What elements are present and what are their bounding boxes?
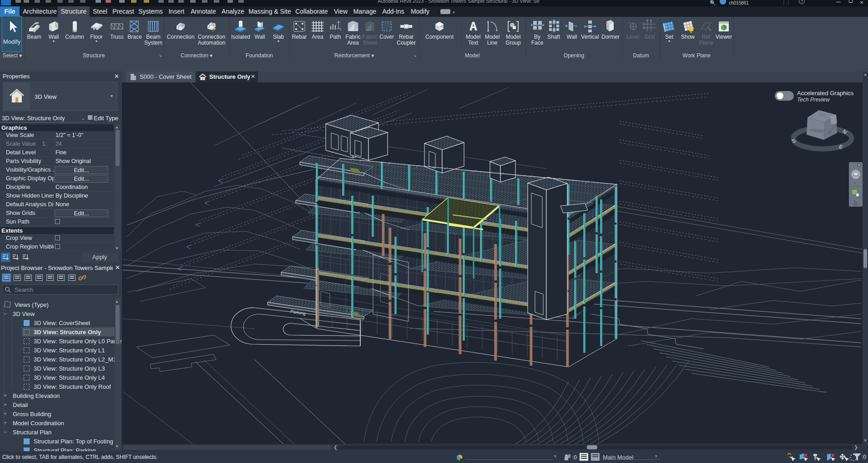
svg-text:1: 1 <box>629 20 631 23</box>
svg-text:FRONT: FRONT <box>810 128 825 134</box>
